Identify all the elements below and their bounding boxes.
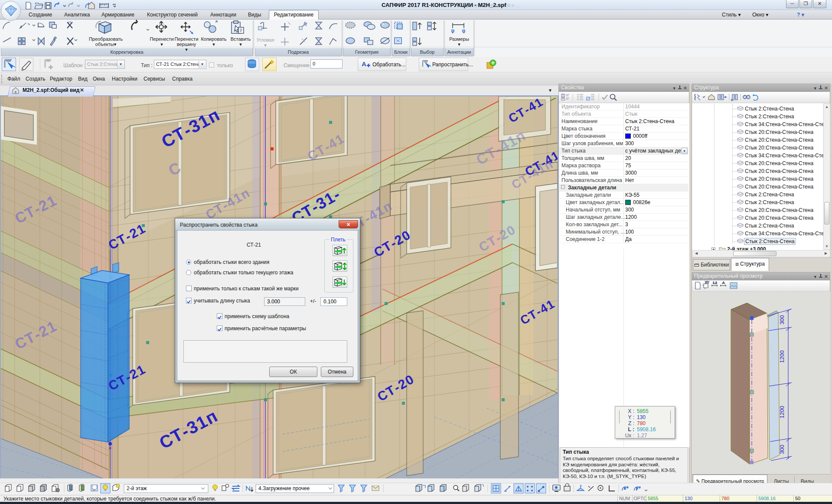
svg-text:4.Загружение прочее: 4.Загружение прочее <box>258 485 310 491</box>
svg-text:300: 300 <box>779 315 785 325</box>
svg-text:2-й этаж: 2-й этаж <box>127 485 147 491</box>
svg-text:1.2: 1.2 <box>713 281 717 284</box>
svg-text:1200: 1200 <box>779 351 785 363</box>
svg-text:A: A <box>362 60 366 68</box>
svg-text:A: A <box>303 22 307 26</box>
svg-text:y: y <box>636 486 638 490</box>
svg-text:A: A <box>722 281 725 285</box>
svg-text:x: x <box>624 486 626 490</box>
svg-text:XY: XY <box>705 281 709 284</box>
svg-text:300: 300 <box>779 445 785 454</box>
svg-text:1200: 1200 <box>779 406 785 419</box>
